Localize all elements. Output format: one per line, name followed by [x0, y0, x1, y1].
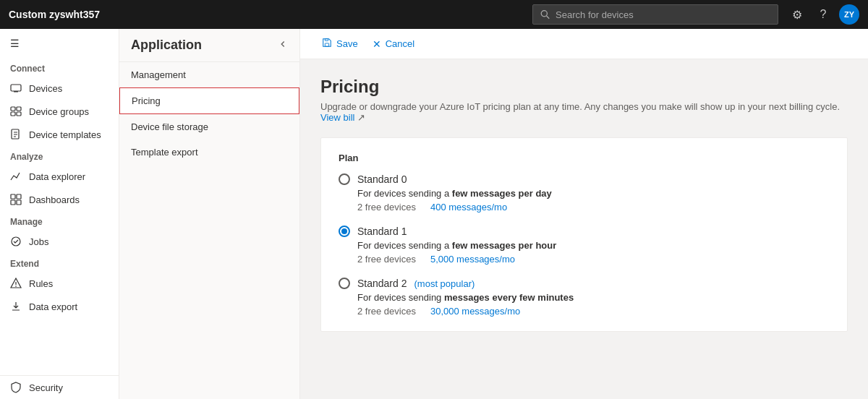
mid-panel-item-pricing[interactable]: Pricing [119, 87, 299, 114]
topbar-icons: ⚙ ? ZY [787, 4, 859, 25]
device-templates-label: Device templates [29, 129, 101, 140]
svg-rect-20 [325, 43, 328, 46]
mid-panel-item-device-file-storage[interactable]: Device file storage [119, 114, 299, 140]
sidebar-item-device-templates[interactable]: Device templates [0, 123, 119, 146]
dashboards-icon [10, 194, 22, 205]
sidebar-item-dashboards[interactable]: Dashboards [0, 188, 119, 211]
plan-messages-2: 30,000 messages/mo [430, 306, 520, 317]
search-input[interactable] [556, 9, 770, 20]
page-title: Pricing [320, 77, 848, 97]
mid-panel-title: Application [131, 38, 202, 53]
sidebar-item-devices[interactable]: Devices [0, 77, 119, 100]
svg-rect-5 [17, 107, 21, 111]
settings-icon[interactable]: ⚙ [787, 4, 807, 25]
plan-messages-0: 400 messages/mo [430, 202, 507, 213]
plan-radio-standard-0[interactable] [339, 173, 350, 185]
device-groups-label: Device groups [29, 106, 89, 117]
sidebar: ☰ Connect Devices Device groups Device t… [0, 29, 119, 399]
device-file-storage-label: Device file storage [131, 121, 208, 132]
plan-radio-standard-2[interactable] [339, 278, 350, 289]
plan-label: Plan [339, 153, 830, 163]
plan-desc-standard-2: For devices sending messages every few m… [357, 292, 830, 303]
sidebar-item-security[interactable]: Security [0, 376, 119, 399]
plan-desc-bold-0: few messages per day [452, 188, 552, 199]
svg-rect-14 [11, 200, 15, 205]
plan-desc-standard-0: For devices sending a few messages per d… [357, 188, 830, 199]
rules-label: Rules [29, 278, 53, 289]
svg-rect-12 [11, 194, 15, 199]
plan-details-standard-2: 2 free devices 30,000 messages/mo [357, 306, 830, 317]
plan-radio-standard-1[interactable] [339, 226, 350, 237]
plan-option-header-0: Standard 0 [339, 173, 830, 185]
svg-rect-21 [325, 39, 328, 41]
management-label: Management [131, 69, 186, 80]
pricing-label: Pricing [132, 95, 161, 106]
sidebar-item-data-export[interactable]: Data export [0, 295, 119, 318]
save-label: Save [336, 38, 358, 49]
data-export-icon [10, 301, 22, 312]
content-toolbar: Save ✕ Cancel [300, 29, 868, 59]
sidebar-item-data-explorer[interactable]: Data explorer [0, 165, 119, 188]
hamburger-icon[interactable]: ☰ [0, 29, 119, 58]
jobs-label: Jobs [29, 236, 48, 247]
avatar[interactable]: ZY [839, 4, 859, 25]
svg-rect-13 [17, 194, 21, 199]
plan-name-standard-2: Standard 2 [357, 278, 407, 289]
save-icon [322, 38, 332, 50]
view-bill-link[interactable]: View bill [320, 112, 354, 123]
plan-desc-prefix-0: For devices sending a [357, 188, 452, 199]
dashboards-label: Dashboards [29, 194, 80, 205]
plan-desc-bold-2: messages every few minutes [444, 292, 574, 303]
plan-option-standard-2: Standard 2 (most popular) For devices se… [339, 278, 830, 317]
device-templates-icon [10, 129, 22, 140]
devices-icon [10, 82, 22, 94]
main-layout: ☰ Connect Devices Device groups Device t… [0, 29, 868, 399]
page-subtitle: Upgrade or downgrade your Azure IoT pric… [320, 101, 848, 123]
svg-rect-3 [14, 91, 18, 93]
plan-details-standard-1: 2 free devices 5,000 messages/mo [357, 254, 830, 265]
plan-free-devices-0: 2 free devices [357, 202, 416, 213]
plan-popular-label: (most popular) [414, 278, 475, 289]
connect-section-label: Connect [0, 58, 119, 77]
extend-section-label: Extend [0, 253, 119, 272]
help-icon[interactable]: ? [813, 4, 833, 25]
data-explorer-label: Data explorer [29, 171, 85, 182]
mid-panel-item-management[interactable]: Management [119, 62, 299, 87]
svg-rect-6 [11, 112, 15, 116]
plan-option-header-1: Standard 1 [339, 226, 830, 237]
plan-messages-1: 5,000 messages/mo [430, 254, 515, 265]
plan-details-standard-0: 2 free devices 400 messages/mo [357, 202, 830, 213]
cancel-icon: ✕ [373, 38, 381, 50]
subtitle-text: Upgrade or downgrade your Azure IoT pric… [320, 101, 840, 112]
svg-rect-15 [17, 200, 21, 205]
template-export-label: Template export [131, 147, 198, 158]
plan-free-devices-1: 2 free devices [357, 254, 416, 265]
app-title: Custom zyswht357 [9, 9, 100, 20]
svg-rect-7 [17, 112, 21, 116]
data-export-label: Data export [29, 301, 77, 312]
svg-point-0 [541, 11, 547, 17]
plan-option-standard-0: Standard 0 For devices sending a few mes… [339, 173, 830, 213]
plan-desc-prefix-2: For devices sending [357, 292, 444, 303]
save-button[interactable]: Save [315, 35, 365, 53]
jobs-icon [10, 236, 22, 247]
plan-name-standard-1: Standard 1 [357, 226, 407, 237]
svg-point-16 [12, 237, 20, 246]
plan-name-standard-0: Standard 0 [357, 173, 407, 185]
cancel-button[interactable]: ✕ Cancel [365, 35, 422, 53]
cancel-label: Cancel [386, 38, 414, 49]
device-groups-icon [10, 106, 22, 117]
search-box[interactable] [532, 4, 778, 25]
plan-desc-standard-1: For devices sending a few messages per h… [357, 240, 830, 251]
mid-panel-item-template-export[interactable]: Template export [119, 140, 299, 165]
plan-desc-bold-1: few messages per hour [452, 240, 557, 251]
sidebar-item-device-groups[interactable]: Device groups [0, 100, 119, 123]
devices-label: Devices [29, 83, 62, 94]
rules-icon [10, 278, 22, 289]
sidebar-item-jobs[interactable]: Jobs [0, 230, 119, 253]
plan-option-header-2: Standard 2 (most popular) [339, 278, 830, 289]
collapse-icon[interactable] [278, 39, 288, 52]
sidebar-item-rules[interactable]: Rules [0, 272, 119, 295]
security-label: Security [29, 382, 63, 393]
svg-rect-4 [11, 107, 15, 111]
